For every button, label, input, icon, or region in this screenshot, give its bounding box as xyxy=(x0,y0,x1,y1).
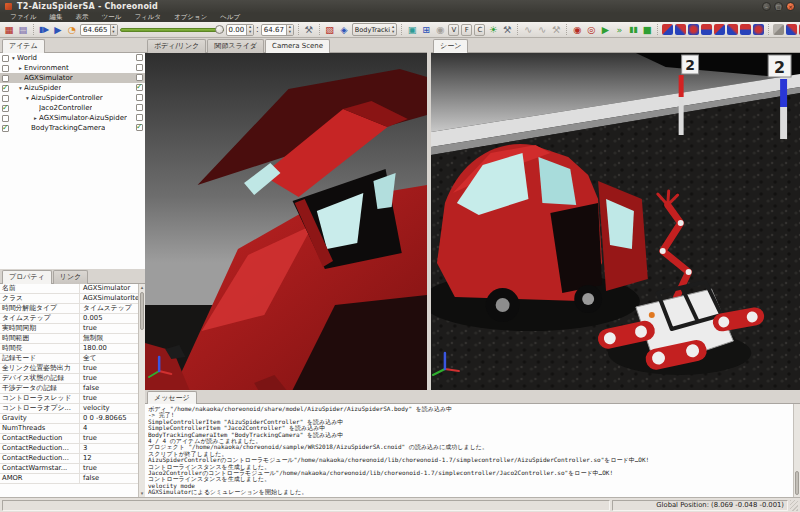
simulation-start-icon[interactable]: ▶ xyxy=(599,23,611,36)
item-checkbox-secondary[interactable]: ✓ xyxy=(136,84,143,91)
property-row[interactable]: NumThreads4 xyxy=(0,424,145,434)
property-row[interactable]: デバイス状態の記録true xyxy=(0,374,145,384)
item-checkbox[interactable] xyxy=(2,115,9,122)
message-scrollbar[interactable] xyxy=(793,404,800,497)
tab-property[interactable]: プロパティ xyxy=(2,270,52,284)
tab-joint-slider[interactable]: 関節スライダ xyxy=(207,39,264,53)
scene-mode-icon[interactable]: ▣ xyxy=(406,23,418,36)
minimize-button[interactable]: – xyxy=(762,2,771,11)
item-checkbox[interactable]: ✓ xyxy=(2,105,9,112)
tab-scene[interactable]: シーン xyxy=(433,39,468,53)
scrollbar-handle[interactable] xyxy=(140,292,144,330)
expander-icon[interactable]: ▸ xyxy=(17,65,24,71)
property-row[interactable]: ContactReductiontrue xyxy=(0,434,145,444)
tree-row-aizuspidercontroller[interactable]: ▾ AizuSpiderController xyxy=(0,93,145,103)
tree-row-bodytrackingcamera[interactable]: ✓ BodyTrackingCamera ✓ xyxy=(0,123,145,133)
range-end-spinbox[interactable]: 64.67 ▴ ▾ xyxy=(261,24,294,36)
tab-link[interactable]: リンク xyxy=(53,270,89,284)
camera-scene-canvas[interactable] xyxy=(145,53,427,390)
tab-body-link[interactable]: ボディ/リンク xyxy=(147,39,206,53)
scene-view[interactable]: 2 2 xyxy=(431,53,800,390)
item-checkbox[interactable] xyxy=(2,75,9,82)
simulation-pause-icon[interactable]: ▮▮ xyxy=(627,23,639,36)
titlebar[interactable]: T2-AizuSpiderSA - Choreonoid – □ × xyxy=(0,0,800,13)
property-row[interactable]: ContactReduction...12 xyxy=(0,454,145,464)
attitude-reset-icon[interactable] xyxy=(753,24,764,35)
joint-connect-icon[interactable] xyxy=(786,24,797,35)
simulation-stop-icon[interactable]: ■ xyxy=(641,23,653,36)
property-row[interactable]: 時間長180.00 xyxy=(0,344,145,354)
item-checkbox[interactable] xyxy=(2,65,9,72)
tree-row-world[interactable]: ▾ World xyxy=(0,53,145,63)
spin-down-button[interactable]: ▾ xyxy=(111,30,117,35)
property-row[interactable]: 記録モード全て xyxy=(0,354,145,364)
scene-canvas[interactable]: 2 2 xyxy=(431,53,800,390)
item-checkbox-secondary[interactable] xyxy=(136,74,143,81)
expander-icon[interactable]: ▾ xyxy=(24,95,31,101)
property-row[interactable]: 干渉データの記録false xyxy=(0,384,145,394)
record-icon[interactable]: ◉ xyxy=(571,23,583,36)
expander-icon[interactable]: ▸ xyxy=(32,115,39,121)
property-table[interactable]: 名前AGXSimulator クラスAGXSimulatorItem 時間分解能… xyxy=(0,284,145,497)
menu-filter[interactable]: フィルタ xyxy=(128,13,167,22)
item-tree-view[interactable]: ▾ World ▸ Environment AGXSimulator xyxy=(0,53,145,269)
property-row[interactable]: コントローラスレッドtrue xyxy=(0,394,145,404)
property-row[interactable]: Gravity0 0 -9.80665 xyxy=(0,414,145,424)
simulation-resume-icon[interactable]: » xyxy=(613,23,625,36)
property-row[interactable]: 実時間同期true xyxy=(0,324,145,334)
item-checkbox[interactable]: ✓ xyxy=(2,125,9,132)
fk-mode-icon[interactable] xyxy=(662,24,673,35)
item-checkbox[interactable] xyxy=(2,55,9,62)
tree-row-jaco2controller[interactable]: ✓ Jaco2Controller xyxy=(0,103,145,113)
item-checkbox-secondary[interactable]: ✓ xyxy=(136,124,143,131)
item-checkbox[interactable]: ✓ xyxy=(2,85,9,92)
store-project-icon[interactable]: ▦ xyxy=(3,23,15,36)
spin-down-button[interactable]: ▾ xyxy=(247,30,253,35)
property-row[interactable]: 時間範囲無制限 xyxy=(0,334,145,344)
property-row[interactable]: ContactReduction...3 xyxy=(0,444,145,454)
menu-file[interactable]: ファイル xyxy=(4,13,43,22)
tree-row-agxsimulator-aizuspider[interactable]: ▸ AGXSimulator-AizuSpider xyxy=(0,113,145,123)
media-bar-icon[interactable]: ▤ xyxy=(17,23,29,36)
tab-camera-scene[interactable]: Camera Scene xyxy=(265,39,330,53)
time-config-wrench-icon[interactable]: ⚒ xyxy=(303,23,315,36)
tree-row-aizuspider[interactable]: ✓ ▾ AizuSpider ✓ xyxy=(0,83,145,93)
pan-view-icon[interactable]: ⊞ xyxy=(420,23,432,36)
item-checkbox-secondary[interactable] xyxy=(136,104,143,111)
scene-config-wrench-icon[interactable]: ⚒ xyxy=(501,23,513,36)
message-view[interactable]: ボディ "/home/nakaoka/choreonoid/share/mode… xyxy=(145,404,800,497)
camera-scene-view[interactable] xyxy=(145,53,427,390)
close-button[interactable]: × xyxy=(786,2,795,11)
property-row[interactable]: タイムステップ0.005 xyxy=(0,314,145,324)
time-slider-handle[interactable] xyxy=(215,25,224,34)
tree-row-agxsimulator[interactable]: AGXSimulator xyxy=(0,73,145,83)
property-scrollbar[interactable]: ▴ ▾ xyxy=(138,284,145,497)
menu-help[interactable]: ヘルプ xyxy=(214,13,246,22)
property-row[interactable]: コントローラオプシ...velocity xyxy=(0,404,145,414)
tab-message[interactable]: メッセージ xyxy=(147,391,197,404)
expander-icon[interactable]: ▾ xyxy=(17,85,24,91)
vertical-axis-button[interactable]: V xyxy=(448,24,459,36)
menu-edit[interactable]: 編集 xyxy=(44,13,69,22)
orbit-view-icon[interactable]: ◉ xyxy=(434,23,446,36)
playback-start-icon[interactable]: ▶ xyxy=(52,23,64,36)
time-reset-icon[interactable]: ▮▶ xyxy=(38,23,50,36)
item-checkbox[interactable] xyxy=(2,95,9,102)
joint-slider-sync-icon[interactable] xyxy=(740,24,751,35)
property-row[interactable]: 全リンク位置姿勢出力true xyxy=(0,364,145,374)
pose-edit-icon[interactable] xyxy=(727,24,738,35)
time-spinbox[interactable]: 64.665 ▴ ▾ xyxy=(80,24,118,36)
expander-icon[interactable]: ▾ xyxy=(10,55,17,61)
property-row[interactable]: AMORfalse xyxy=(0,474,145,484)
time-slider[interactable] xyxy=(120,23,224,36)
pin-drag-icon[interactable] xyxy=(714,24,725,35)
maximize-button[interactable]: □ xyxy=(774,2,783,11)
collision-detection-icon[interactable]: ◈ xyxy=(338,23,350,36)
item-checkbox-secondary[interactable] xyxy=(136,114,143,121)
property-row[interactable]: クラスAGXSimulatorItem xyxy=(0,294,145,304)
menu-tools[interactable]: ツール xyxy=(96,13,128,22)
property-row[interactable]: 名前AGXSimulator xyxy=(0,284,145,294)
item-checkbox-secondary[interactable] xyxy=(136,64,143,71)
camera-select-dropdown[interactable]: BodyTracki ▴ ▾ xyxy=(352,23,398,36)
tree-row-environment[interactable]: ▸ Environment xyxy=(0,63,145,73)
